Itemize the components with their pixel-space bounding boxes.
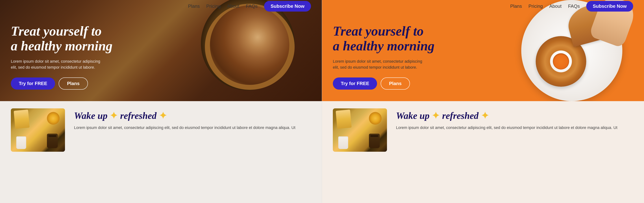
- svg-point-34: [222, 57, 223, 59]
- svg-point-28: [273, 53, 275, 55]
- nav-faqs-left[interactable]: FAQs: [246, 4, 258, 9]
- breakfast-image-left: [11, 108, 65, 152]
- subscribe-button-left[interactable]: Subscribe Now: [264, 1, 311, 12]
- svg-point-2: [231, 30, 268, 64]
- bottom-section-left: Wake up ✦ refreshed ✦ Lorem ipsum dolor …: [0, 101, 322, 203]
- svg-point-22: [247, 13, 249, 15]
- svg-point-15: [242, 74, 246, 76]
- hero-description-left: Lorem ipsum dolor sit amet, consectetur …: [11, 58, 101, 70]
- svg-point-0: [205, 4, 294, 90]
- sparkle1-right: ✦: [432, 111, 440, 121]
- plans-button-right[interactable]: Plans: [381, 78, 410, 90]
- svg-point-1: [216, 15, 283, 79]
- subscribe-button-right[interactable]: Subscribe Now: [586, 1, 633, 12]
- bottom-title-left: Wake up ✦ refreshed ✦: [74, 110, 311, 121]
- left-panel: Plans Pricing About FAQs Subscribe Now: [0, 0, 322, 203]
- nav-links-right: Plans Pricing About FAQs Subscribe Now: [510, 1, 633, 12]
- nav-about-left[interactable]: About: [227, 4, 239, 9]
- nav-pricing-right[interactable]: Pricing: [528, 4, 543, 9]
- bottom-text-right: Wake up ✦ refreshed ✦ Lorem ipsum dolor …: [396, 108, 633, 131]
- right-panel: Plans Pricing About FAQs Subscribe Now: [322, 0, 644, 203]
- nav-plans-right[interactable]: Plans: [510, 4, 522, 9]
- breakfast-img-right: [333, 108, 387, 152]
- svg-point-35: [219, 46, 221, 47]
- try-free-button-left[interactable]: Try for FREE: [11, 78, 55, 90]
- coffee-cup-dark: [47, 134, 58, 148]
- hero-content-left: Treat yourself to a healthy morning Lore…: [0, 12, 177, 101]
- bottom-title-right: Wake up ✦ refreshed ✦: [396, 110, 633, 121]
- nav-pricing-left[interactable]: Pricing: [206, 4, 220, 9]
- hero-buttons-right: Try for FREE Plans: [333, 78, 488, 90]
- svg-point-26: [275, 32, 277, 33]
- nav-plans-left[interactable]: Plans: [188, 4, 200, 9]
- svg-point-11: [274, 47, 278, 50]
- hero-content-right: Treat yourself to a healthy morning Lore…: [322, 12, 499, 101]
- nav-faqs-right[interactable]: FAQs: [568, 4, 580, 9]
- svg-point-12: [270, 58, 274, 61]
- svg-point-18: [219, 51, 221, 54]
- svg-point-10: [276, 37, 280, 39]
- bottom-desc-left: Lorem ipsum dolor sit amet, consectetur …: [74, 125, 311, 131]
- svg-point-31: [249, 75, 251, 77]
- svg-point-8: [267, 19, 270, 22]
- bagel-cream: [235, 15, 253, 29]
- svg-point-36: [222, 34, 224, 36]
- bottom-desc-right: Lorem ipsum dolor sit amet, consectetur …: [396, 125, 633, 131]
- try-free-button-right[interactable]: Try for FREE: [333, 78, 377, 90]
- hero-right: Treat yourself to a healthy morning Lore…: [322, 0, 644, 101]
- svg-point-5: [240, 14, 244, 16]
- sparkle2-right: ✦: [481, 111, 489, 121]
- svg-point-29: [268, 64, 269, 66]
- svg-point-20: [224, 28, 227, 31]
- svg-point-13: [264, 68, 266, 71]
- svg-point-6: [250, 12, 253, 14]
- svg-point-23: [256, 14, 258, 16]
- hero-title-right: Treat yourself to a healthy morning: [333, 24, 488, 53]
- svg-point-32: [238, 73, 240, 75]
- navbar-right: Plans Pricing About FAQs Subscribe Now: [322, 0, 644, 12]
- sparkle1-left: ✦: [110, 111, 118, 121]
- svg-point-7: [259, 14, 262, 18]
- bottom-section-right: Wake up ✦ refreshed ✦ Lorem ipsum dolor …: [322, 101, 644, 203]
- bagel-svg: [194, 0, 298, 101]
- hero-buttons-left: Try for FREE Plans: [11, 78, 166, 90]
- svg-point-4: [233, 17, 236, 20]
- breakfast-img-left: [11, 108, 65, 152]
- svg-point-27: [276, 42, 278, 44]
- breakfast-image-right: [333, 108, 387, 152]
- plate-container: [510, 0, 633, 101]
- hero-title-left: Treat yourself to a healthy morning: [11, 24, 166, 53]
- svg-point-25: [270, 24, 272, 26]
- sparkle2-left: ✦: [159, 111, 167, 121]
- plans-button-left[interactable]: Plans: [59, 78, 88, 90]
- svg-point-24: [264, 18, 267, 20]
- hero-left: Treat yourself to a healthy morning Lore…: [0, 0, 322, 101]
- svg-point-30: [259, 71, 261, 73]
- svg-point-9: [273, 26, 276, 30]
- svg-point-37: [227, 23, 230, 25]
- svg-point-17: [223, 61, 226, 64]
- coffee-cup-white-r: [338, 136, 348, 149]
- svg-point-19: [219, 39, 222, 41]
- nav-about-right[interactable]: About: [549, 4, 562, 9]
- svg-point-3: [220, 15, 265, 52]
- nav-links-left: Plans Pricing About FAQs Subscribe Now: [188, 1, 311, 12]
- coffee-cup-white: [16, 136, 26, 149]
- bottom-text-left: Wake up ✦ refreshed ✦ Lorem ipsum dolor …: [74, 108, 311, 131]
- svg-point-14: [254, 74, 257, 76]
- svg-point-21: [238, 16, 240, 18]
- navbar-left: Plans Pricing About FAQs Subscribe Now: [0, 0, 322, 12]
- coffee-cup-dark-r: [369, 134, 380, 148]
- hero-description-right: Lorem ipsum dolor sit amet, consectetur …: [333, 58, 423, 70]
- svg-point-16: [232, 69, 234, 73]
- svg-point-33: [227, 67, 230, 69]
